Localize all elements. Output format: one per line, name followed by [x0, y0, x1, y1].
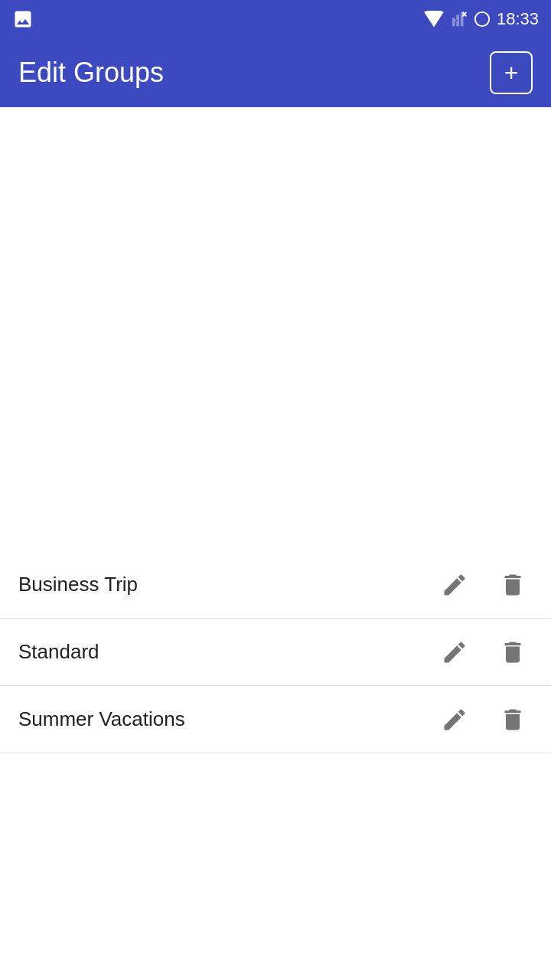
add-icon: +	[504, 60, 519, 85]
status-bar: 18:33	[0, 0, 551, 38]
trash-icon	[499, 571, 527, 599]
list-item: Business Trip	[0, 551, 551, 619]
add-group-button[interactable]: +	[490, 51, 533, 94]
gallery-icon	[12, 8, 34, 30]
pencil-icon	[441, 639, 468, 666]
app-bar: Edit Groups +	[0, 38, 551, 107]
delete-group-button[interactable]	[493, 700, 533, 740]
group-item-label: Summer Vacations	[18, 707, 435, 731]
status-time: 18:33	[497, 9, 539, 29]
battery-icon	[474, 11, 491, 28]
group-item-actions	[435, 565, 533, 605]
list-item: Summer Vacations	[0, 686, 551, 753]
pencil-icon	[441, 571, 468, 599]
pencil-icon	[441, 706, 468, 733]
delete-group-button[interactable]	[493, 632, 533, 672]
edit-group-button[interactable]	[435, 565, 474, 605]
list-item: Standard	[0, 619, 551, 686]
edit-group-button[interactable]	[435, 632, 474, 672]
group-item-label: Business Trip	[18, 573, 435, 596]
groups-list: Business Trip Standard	[0, 107, 551, 753]
empty-spacer	[0, 107, 551, 551]
svg-point-2	[475, 12, 489, 26]
page-title: Edit Groups	[18, 57, 164, 89]
status-bar-right: 18:33	[423, 9, 539, 29]
delete-group-button[interactable]	[493, 565, 533, 605]
wifi-icon	[423, 11, 445, 28]
signal-icon	[451, 11, 468, 28]
edit-group-button[interactable]	[435, 700, 474, 740]
group-item-label: Standard	[18, 640, 435, 664]
trash-icon	[499, 706, 527, 733]
group-item-actions	[435, 632, 533, 672]
trash-icon	[499, 639, 527, 666]
status-bar-left	[12, 8, 34, 30]
group-item-actions	[435, 700, 533, 740]
